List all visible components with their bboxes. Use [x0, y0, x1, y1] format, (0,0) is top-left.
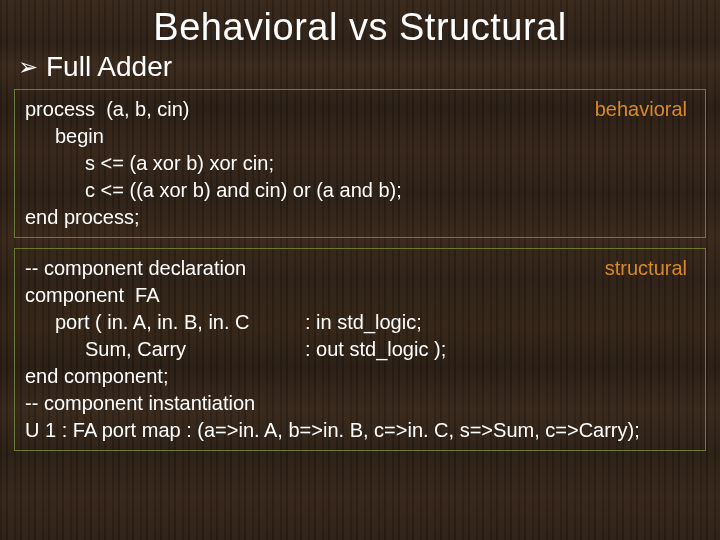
subtitle-row: ➢ Full Adder [0, 51, 720, 83]
structural-code-box: structural -- component declaration comp… [14, 248, 706, 451]
code-line: begin [25, 123, 695, 150]
behavioral-badge: behavioral [595, 96, 687, 123]
bullet-arrow-icon: ➢ [18, 53, 38, 81]
code-line: U 1 : FA port map : (a=>in. A, b=>in. B,… [25, 417, 695, 444]
code-line: end process; [25, 204, 695, 231]
code-line: port ( in. A, in. B, in. C : in std_logi… [25, 309, 695, 336]
code-line: component FA [25, 282, 695, 309]
code-line: end component; [25, 363, 695, 390]
port-left: port ( in. A, in. B, in. C [55, 309, 305, 336]
code-line: c <= ((a xor b) and cin) or (a and b); [25, 177, 695, 204]
port-left: Sum, Carry [85, 336, 305, 363]
code-line: s <= (a xor b) xor cin; [25, 150, 695, 177]
code-line: Sum, Carry : out std_logic ); [25, 336, 695, 363]
code-line: -- component declaration [25, 255, 695, 282]
subtitle-text: Full Adder [46, 51, 172, 83]
slide-title: Behavioral vs Structural [0, 0, 720, 49]
behavioral-code-box: behavioral process (a, b, cin) begin s <… [14, 89, 706, 238]
structural-badge: structural [605, 255, 687, 282]
code-line: -- component instantiation [25, 390, 695, 417]
port-right: : in std_logic; [305, 309, 422, 336]
port-right: : out std_logic ); [305, 336, 446, 363]
